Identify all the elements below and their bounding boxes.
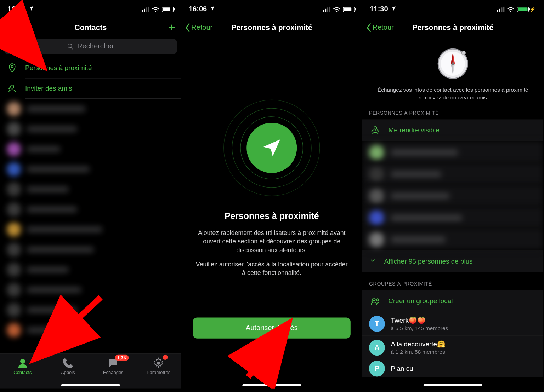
show-more-people-row[interactable]: Afficher 95 personnes de plus xyxy=(362,250,543,272)
group-avatar: T xyxy=(369,316,385,332)
status-bar: 16:06 xyxy=(181,0,362,18)
chats-badge: 1,7K xyxy=(115,355,129,361)
group-avatar: A xyxy=(369,340,385,356)
search-icon xyxy=(67,43,74,50)
chevron-left-icon xyxy=(366,23,372,32)
location-pin-icon xyxy=(7,63,18,73)
wifi-icon xyxy=(333,6,340,12)
section-groups-header: GROUPES À PROXIMITÉ xyxy=(362,272,543,290)
contact-row[interactable] xyxy=(0,320,181,340)
section-people-header: PERSONNES À PROXIMITÉ xyxy=(362,101,543,119)
location-arrow-icon xyxy=(391,5,397,13)
charging-icon: ⚡ xyxy=(529,6,536,12)
contact-row[interactable] xyxy=(0,300,181,320)
screen-contacts: 16:06 Contacts + Rechercher Personnes à … xyxy=(0,0,181,389)
page-title: Personnes à proximité xyxy=(231,23,312,32)
contact-row[interactable] xyxy=(0,280,181,300)
screen-nearby-permission: 16:06 Retour Personnes à proximité Perso… xyxy=(181,0,362,389)
invite-friends-row[interactable]: Inviter des amis xyxy=(0,78,181,98)
home-indicator xyxy=(61,384,120,386)
svg-point-16 xyxy=(373,298,375,301)
add-user-icon xyxy=(7,83,18,93)
nearby-group-row[interactable]: T Twerk🍑🍑 à 5,5 km, 145 membres xyxy=(362,312,543,335)
contact-row[interactable] xyxy=(0,179,181,200)
contact-row[interactable] xyxy=(0,159,181,179)
group-sub: à 1,2 km, 58 membres xyxy=(391,349,445,355)
tab-contacts[interactable]: Contacts xyxy=(0,354,45,388)
make-visible-row[interactable]: Me rendre visible xyxy=(362,120,543,142)
nearby-desc-2: Veuillez autoriser l'accès à la localisa… xyxy=(194,260,350,277)
nearby-person-row[interactable] xyxy=(362,185,543,207)
tab-settings[interactable]: Paramètres xyxy=(136,354,181,388)
gear-icon xyxy=(153,357,164,369)
signal-icon xyxy=(323,7,330,12)
tab-bar: Contacts Appels 1,7K Échanges Paramètres xyxy=(0,353,181,388)
search-input[interactable]: Rechercher xyxy=(4,39,177,54)
battery-icon xyxy=(162,6,174,12)
back-button[interactable]: Retour xyxy=(185,23,212,32)
add-contact-button[interactable]: + xyxy=(169,21,175,34)
group-avatar: P xyxy=(369,361,385,376)
svg-point-15 xyxy=(374,127,377,129)
nearby-person-row[interactable] xyxy=(362,163,543,185)
tab-calls[interactable]: Appels xyxy=(45,354,91,388)
chevron-left-icon xyxy=(185,23,191,32)
nearby-heading: Personnes à proximité xyxy=(225,211,319,221)
settings-badge xyxy=(163,355,168,360)
signal-icon xyxy=(142,7,149,12)
svg-point-3 xyxy=(157,362,160,364)
home-indicator xyxy=(242,384,301,386)
wifi-icon xyxy=(152,6,159,12)
group-name: Twerk🍑🍑 xyxy=(391,316,448,324)
chevron-down-icon xyxy=(369,256,376,266)
nav-bar: Contacts + xyxy=(0,18,181,37)
nearby-desc-1: Ajoutez rapidement des utilisateurs à pr… xyxy=(194,229,350,254)
nearby-intro: Échangez vos infos de contact avec les p… xyxy=(362,86,543,101)
home-indicator xyxy=(424,384,482,386)
contact-row[interactable] xyxy=(0,240,181,260)
group-sub: à 5,5 km, 145 membres xyxy=(391,325,448,332)
back-button[interactable]: Retour xyxy=(366,23,393,32)
group-name: Plan cul xyxy=(391,365,414,372)
page-title: Personnes à proximité xyxy=(412,23,493,32)
svg-point-14 xyxy=(461,51,465,55)
nav-bar: Retour Personnes à proximité xyxy=(362,18,543,37)
svg-point-1 xyxy=(11,85,14,88)
person-location-icon xyxy=(369,125,382,136)
contact-row[interactable] xyxy=(0,200,181,220)
contact-row[interactable] xyxy=(0,260,181,280)
status-bar: 16:06 xyxy=(0,0,181,18)
svg-point-13 xyxy=(452,62,454,65)
nearby-group-row[interactable]: A A la decouverte🤗 à 1,2 km, 58 membres xyxy=(362,335,543,359)
page-title: Contacts xyxy=(74,23,107,32)
status-time: 16:06 xyxy=(7,5,26,13)
battery-icon xyxy=(343,6,355,12)
compass-icon xyxy=(436,47,470,81)
group-name: A la decouverte🤗 xyxy=(391,340,445,348)
create-local-group-row[interactable]: Créer un groupe local xyxy=(362,290,543,312)
tab-chats[interactable]: 1,7K Échanges xyxy=(91,354,136,388)
nearby-person-row[interactable] xyxy=(362,207,543,229)
status-bar: 11:30 ⚡ xyxy=(362,0,543,18)
contact-row[interactable] xyxy=(0,99,181,119)
battery-charging-icon xyxy=(517,6,529,12)
add-group-icon xyxy=(369,296,382,307)
nav-bar: Retour Personnes à proximité xyxy=(181,18,362,37)
svg-point-0 xyxy=(11,65,13,68)
signal-icon xyxy=(497,7,504,12)
contact-row[interactable] xyxy=(0,139,181,159)
nearby-graphic xyxy=(219,96,324,200)
location-arrow-icon xyxy=(209,5,215,13)
allow-access-button[interactable]: Autoriser l'accès xyxy=(193,317,351,338)
people-nearby-row[interactable]: Personnes à proximité xyxy=(0,58,181,78)
svg-point-17 xyxy=(376,299,379,301)
contact-row[interactable] xyxy=(0,119,181,139)
phone-icon xyxy=(62,357,74,369)
svg-point-2 xyxy=(20,359,25,364)
nearby-group-row[interactable]: P Plan cul xyxy=(362,359,543,377)
contact-row[interactable] xyxy=(0,219,181,240)
location-arrow-icon xyxy=(28,5,34,13)
person-icon xyxy=(17,357,28,369)
nearby-person-row[interactable] xyxy=(362,141,543,163)
nearby-person-row[interactable] xyxy=(362,228,543,250)
